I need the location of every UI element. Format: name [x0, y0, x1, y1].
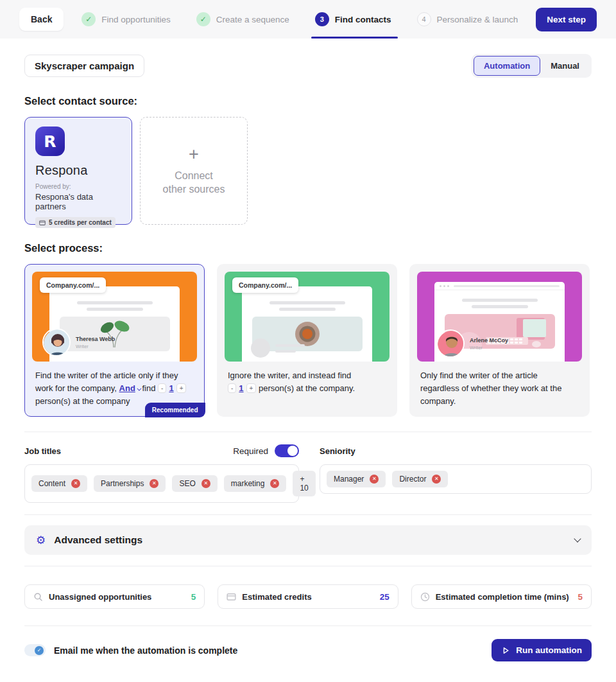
plus-icon: +: [189, 146, 199, 163]
mode-option-manual[interactable]: Manual: [540, 56, 590, 76]
stat-estimated-credits: Estimated credits 25: [218, 584, 398, 609]
remove-tag-icon[interactable]: ✕: [150, 479, 158, 488]
search-icon: [33, 592, 43, 602]
required-label: Required: [233, 446, 268, 456]
avatar-theresa-webb: [42, 328, 71, 356]
run-automation-button[interactable]: Run automation: [492, 639, 592, 661]
decrement-button[interactable]: -: [228, 383, 236, 393]
tag-content: Content ✕: [31, 475, 87, 492]
step-label: Create a sequence: [216, 15, 289, 24]
credit-card-icon: [227, 592, 236, 602]
remove-tag-icon[interactable]: ✕: [370, 475, 379, 484]
play-icon: [501, 646, 510, 655]
url-chip: Company.com/...: [40, 277, 106, 293]
gear-icon: ⚙: [36, 535, 46, 546]
check-icon: ✓: [35, 646, 44, 655]
tag-marketing: marketing ✕: [224, 475, 287, 492]
step-find-opportunities[interactable]: ✓ Find opportunities: [81, 12, 170, 26]
process-heading: Select process:: [24, 242, 592, 254]
mode-option-automation[interactable]: Automation: [474, 56, 540, 76]
credit-card-icon: [39, 220, 46, 226]
decrement-button[interactable]: -: [158, 383, 166, 393]
tag-partnerships: Partnerships ✕: [94, 475, 166, 492]
step-number: 3: [315, 12, 329, 26]
step-find-contacts[interactable]: 3 Find contacts: [315, 12, 391, 26]
source-name: Respona: [35, 163, 121, 178]
contact-source-heading: Select contact source:: [24, 95, 592, 107]
stat-estimated-completion-time: Estimated completion time (mins) 5: [411, 584, 592, 609]
stat-value: 5: [191, 592, 196, 602]
tag-director: Director ✕: [392, 471, 448, 487]
check-icon: ✓: [196, 12, 210, 26]
advanced-settings-accordion[interactable]: ⚙ Advanced settings: [24, 525, 592, 555]
credits-badge-label: 5 credits per contact: [49, 219, 112, 226]
seniority-input[interactable]: Manager ✕ Director ✕: [320, 464, 592, 494]
step-label: Find opportunities: [101, 15, 170, 24]
clock-icon: [420, 592, 430, 602]
person-count-value[interactable]: 1: [236, 383, 246, 393]
and-or-dropdown[interactable]: And: [119, 383, 140, 393]
step-label: Personalize & launch: [437, 15, 518, 24]
step-create-a-sequence[interactable]: ✓ Create a sequence: [196, 12, 289, 26]
more-tags-badge[interactable]: + 10: [293, 471, 315, 496]
tag-seo: SEO ✕: [172, 475, 217, 492]
chevron-down-icon[interactable]: [574, 535, 581, 542]
back-button[interactable]: Back: [19, 8, 64, 31]
required-toggle[interactable]: [275, 444, 299, 457]
author-role: Writer: [470, 345, 508, 351]
divider: [24, 514, 592, 515]
step-label: Find contacts: [335, 15, 391, 24]
author-name: Arlene McCoy: [470, 337, 508, 344]
respona-logo: R: [35, 127, 65, 156]
check-icon: ✓: [81, 12, 96, 26]
top-bar: Back ✓ Find opportunities ✓ Create a seq…: [0, 0, 616, 39]
powered-by-label: Powered by:: [35, 183, 121, 190]
url-chip: Company.com/...: [232, 277, 298, 293]
data-partners-label: Respona's data partners: [35, 192, 121, 211]
stat-value: 25: [380, 592, 389, 602]
connect-label: Connect other sources: [163, 170, 225, 197]
connect-other-sources-card[interactable]: + Connect other sources: [140, 117, 248, 225]
process-card-ignore-writer[interactable]: Company.com/...: [217, 264, 397, 417]
stat-value: 5: [578, 592, 583, 602]
email-notification-toggle[interactable]: ✓: [24, 644, 46, 656]
chevron-down-icon: [137, 387, 141, 391]
campaign-name-field[interactable]: Skyscraper campaign: [24, 55, 144, 77]
job-titles-input[interactable]: Content ✕ Partnerships ✕ SEO ✕ marketing…: [24, 464, 299, 503]
mode-toggle: Automation Manual: [472, 54, 592, 78]
step-personalize-launch[interactable]: 4 Personalize & launch: [417, 12, 518, 26]
process-illustration-magenta: Arlene McCoy Writer: [417, 272, 582, 362]
main-content: Skyscraper campaign Automation Manual Se…: [0, 39, 616, 661]
process-card-writer-and-company[interactable]: Company.com/...: [24, 264, 205, 417]
remove-tag-icon[interactable]: ✕: [432, 475, 441, 484]
step-number: 4: [417, 12, 431, 26]
active-step-underline: [311, 37, 398, 39]
avatar-placeholder: [251, 338, 270, 358]
remove-tag-icon[interactable]: ✕: [270, 479, 279, 488]
email-notification-label: Email me when the automation is complete: [54, 645, 237, 656]
person-count-value[interactable]: 1: [166, 383, 176, 393]
stat-unassigned-opportunities: Unassigned opportunities 5: [24, 584, 205, 609]
remove-tag-icon[interactable]: ✕: [71, 479, 80, 488]
remove-tag-icon[interactable]: ✕: [201, 479, 210, 488]
tag-manager: Manager ✕: [327, 471, 386, 487]
process-description: Ignore the writer, and instead find -1+ …: [225, 362, 389, 395]
next-step-button[interactable]: Next step: [536, 8, 597, 31]
process-card-writer-only[interactable]: Arlene McCoy Writer Only find the writer…: [409, 264, 590, 417]
recommended-badge: Recommended: [145, 403, 205, 417]
credits-badge: 5 credits per contact: [35, 217, 116, 228]
source-card-respona[interactable]: R Respona Powered by: Respona's data par…: [24, 117, 132, 225]
author-name: Theresa Webb: [76, 336, 115, 342]
seniority-label: Seniority: [320, 446, 355, 456]
increment-button[interactable]: +: [176, 383, 187, 393]
browser-chrome: [434, 282, 565, 290]
stat-label: Estimated credits: [242, 592, 373, 602]
step-nav: ✓ Find opportunities ✓ Create a sequence…: [64, 12, 536, 26]
stat-label: Unassigned opportunities: [49, 592, 185, 602]
process-description: Only find the writer of the article rega…: [417, 362, 582, 408]
divider: [24, 566, 592, 566]
stat-label: Estimated completion time (mins): [436, 592, 572, 602]
job-titles-label: Job titles: [24, 446, 61, 456]
increment-button[interactable]: +: [246, 383, 257, 393]
advanced-settings-label: Advanced settings: [54, 534, 567, 546]
